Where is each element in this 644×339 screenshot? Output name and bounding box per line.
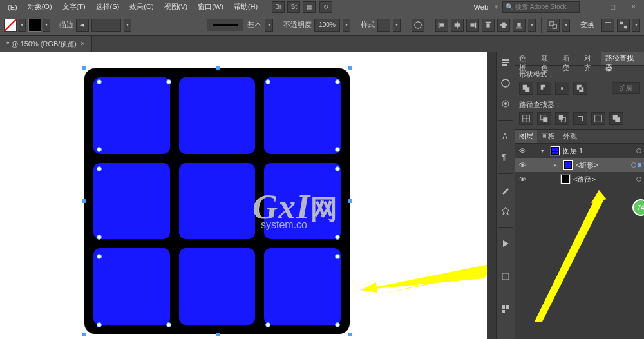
transform-label[interactable]: 变换 <box>580 20 594 30</box>
corner-widget[interactable] <box>97 147 102 152</box>
gpu-preview-icon[interactable]: ↻ <box>319 1 332 13</box>
selection-anchor[interactable] <box>82 66 86 70</box>
align-right-icon[interactable] <box>466 19 479 32</box>
stroke-profile[interactable] <box>207 19 243 31</box>
isolate-icon[interactable] <box>601 19 614 32</box>
corner-widget[interactable] <box>265 322 270 327</box>
selection-anchor[interactable] <box>348 333 352 336</box>
symbol-icon[interactable] <box>498 204 513 218</box>
layer-name[interactable]: <路径> <box>573 175 596 184</box>
character-icon[interactable]: A <box>498 130 513 144</box>
control-menu-dropdown[interactable]: ▾ <box>632 19 640 32</box>
align-left-icon[interactable] <box>435 19 448 32</box>
exclude-icon[interactable] <box>573 82 587 95</box>
target-icon[interactable] <box>631 162 636 168</box>
fill-dropdown[interactable]: ▾ <box>18 19 26 32</box>
tab-artboards[interactable]: 画板 <box>537 130 559 143</box>
menu-select[interactable]: 选择(S) <box>91 0 125 14</box>
brush-icon[interactable] <box>498 183 513 197</box>
paragraph-icon[interactable]: ¶ <box>498 150 513 164</box>
stroke-dropdown[interactable]: ▾ <box>43 19 50 32</box>
window-close-icon[interactable]: ✕ <box>625 1 641 13</box>
recolor-icon[interactable] <box>412 19 424 32</box>
selection-anchor[interactable] <box>82 199 86 203</box>
trim-icon[interactable] <box>537 112 551 125</box>
decrease-icon[interactable]: ◂ <box>76 19 89 32</box>
play-icon[interactable] <box>498 237 513 251</box>
align-bottom-icon[interactable] <box>513 19 526 32</box>
vertical-scrollbar[interactable] <box>487 52 496 339</box>
workspace-label[interactable]: Web <box>471 3 491 11</box>
stock-search[interactable]: 🔍 搜索 Adobe Stock <box>502 1 580 13</box>
layer-row[interactable]: 👁 ▾ 图层 1 <box>515 144 644 158</box>
document-tab[interactable]: * @ 150% (RGB/预览) × <box>0 36 92 52</box>
tab-layers[interactable]: 图层 <box>515 130 537 143</box>
asset-export-icon[interactable] <box>498 302 513 316</box>
menu-effect[interactable]: 效果(C) <box>124 0 158 14</box>
visibility-icon[interactable]: 👁 <box>518 146 527 155</box>
properties-icon[interactable] <box>498 55 513 70</box>
align-more-dropdown[interactable]: ▾ <box>528 19 536 32</box>
corner-widget[interactable] <box>97 235 102 240</box>
corner-widget[interactable] <box>97 322 102 327</box>
tab-appearance[interactable]: 外观 <box>559 130 581 143</box>
stroke-weight-dropdown[interactable]: ▾ <box>124 19 131 32</box>
opacity-field[interactable]: 100% <box>314 19 340 32</box>
stock-button[interactable]: St <box>287 1 300 13</box>
align-hcenter-icon[interactable] <box>451 19 464 32</box>
corner-widget[interactable] <box>166 322 171 327</box>
align-vcenter-icon[interactable] <box>497 19 510 32</box>
corner-widget[interactable] <box>97 254 102 259</box>
corner-widget[interactable] <box>335 322 340 327</box>
tab-color[interactable]: 颜色 <box>537 52 559 65</box>
tab-pathfinder[interactable]: 路径查找器 <box>601 52 644 65</box>
edit-similar-icon[interactable] <box>617 19 630 32</box>
corner-widget[interactable] <box>335 79 340 84</box>
color-guide-icon[interactable] <box>498 97 513 111</box>
outline-icon[interactable] <box>591 112 605 125</box>
selection-anchor[interactable] <box>82 333 86 336</box>
arrange-docs-icon[interactable]: ▦ <box>303 1 316 13</box>
tab-swatches[interactable]: 色板 <box>515 52 537 65</box>
target-icon[interactable] <box>636 148 641 153</box>
shape-builder-icon[interactable] <box>547 19 560 32</box>
twisty-icon[interactable]: ▾ <box>541 148 547 154</box>
artboard-icon[interactable] <box>498 269 513 284</box>
minus-front-icon[interactable] <box>537 82 551 95</box>
crop-icon[interactable] <box>573 112 587 125</box>
menu-window[interactable]: 窗口(W) <box>193 0 229 14</box>
menu-edit[interactable]: (E) <box>3 1 23 13</box>
window-restore-icon[interactable]: ◻ <box>604 1 621 13</box>
corner-widget[interactable] <box>335 235 340 240</box>
selection-anchor[interactable] <box>348 199 352 203</box>
intersect-icon[interactable] <box>555 82 569 95</box>
color-icon[interactable] <box>498 76 513 90</box>
style-thumb[interactable] <box>377 19 390 32</box>
expand-button[interactable]: 扩展 <box>612 82 640 94</box>
target-icon[interactable] <box>636 177 641 182</box>
menu-type[interactable]: 文字(T) <box>57 0 91 14</box>
menu-view[interactable]: 视图(V) <box>159 0 193 14</box>
divide-icon[interactable] <box>519 112 533 125</box>
visibility-icon[interactable]: 👁 <box>518 160 527 170</box>
shape-builder-dropdown[interactable]: ▾ <box>562 19 570 32</box>
close-icon[interactable]: × <box>80 39 85 48</box>
twisty-icon[interactable]: ▸ <box>554 162 560 168</box>
window-minimize-icon[interactable]: — <box>583 1 600 13</box>
corner-widget[interactable] <box>335 147 340 152</box>
canvas-area[interactable]: GxI网 system.co <box>0 52 487 339</box>
layer-row[interactable]: 👁 <路径> <box>515 172 644 186</box>
unite-icon[interactable] <box>519 82 533 95</box>
align-top-icon[interactable] <box>482 19 495 32</box>
minus-back-icon[interactable] <box>609 112 623 125</box>
stroke-weight-field[interactable] <box>91 19 121 32</box>
style-dropdown[interactable]: ▾ <box>393 19 401 32</box>
corner-widget[interactable] <box>166 79 171 84</box>
layer-name[interactable]: <矩形> <box>576 160 598 170</box>
bridge-button[interactable]: Br <box>272 1 285 13</box>
layer-row[interactable]: 👁 ▸ <矩形> <box>515 158 644 172</box>
corner-widget[interactable] <box>97 79 102 84</box>
corner-widget[interactable] <box>335 166 340 171</box>
selection-anchor[interactable] <box>216 66 220 70</box>
menu-object[interactable]: 对象(O) <box>23 0 57 14</box>
